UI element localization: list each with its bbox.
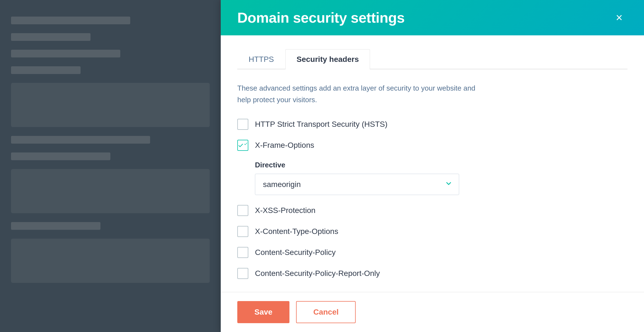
directive-label: Directive <box>255 161 627 169</box>
modal-footer: Save Cancel <box>221 292 644 332</box>
description-text: These advanced settings add an extra lay… <box>237 83 486 106</box>
close-button[interactable]: × <box>611 9 627 26</box>
checkbox-label-xxss: X-XSS-Protection <box>255 206 315 215</box>
modal-title: Domain security settings <box>237 9 405 26</box>
checkbox-label-xcontent: X-Content-Type-Options <box>255 227 338 236</box>
checkbox-label-csp-report: Content-Security-Policy-Report-Only <box>255 269 380 278</box>
tabs-container: HTTPS Security headers <box>237 49 627 69</box>
checkmark-icon <box>238 140 244 150</box>
directive-section: Directive sameorigin deny allow-from <box>255 161 627 195</box>
checkbox-label-hsts: HTTP Strict Transport Security (HSTS) <box>255 120 387 129</box>
checkbox-label-xframe: X-Frame-Options <box>255 141 314 150</box>
directive-select-wrapper: sameorigin deny allow-from <box>255 174 459 195</box>
checkbox-hsts[interactable] <box>237 119 248 130</box>
modal-header: Domain security settings × <box>221 0 644 35</box>
checkbox-xxss[interactable] <box>237 205 248 216</box>
checkbox-xframe[interactable] <box>237 140 248 151</box>
modal-panel: Domain security settings × HTTPS Securit… <box>221 0 644 332</box>
checkbox-csp[interactable] <box>237 247 248 258</box>
modal-body: HTTPS Security headers These advanced se… <box>221 35 644 292</box>
cancel-button[interactable]: Cancel <box>296 301 356 323</box>
tab-security-headers[interactable]: Security headers <box>285 49 370 69</box>
checkbox-xcontent[interactable] <box>237 226 248 237</box>
save-button[interactable]: Save <box>237 301 289 323</box>
checkbox-row-xxss: X-XSS-Protection <box>237 205 627 216</box>
checkbox-row-xcontent: X-Content-Type-Options <box>237 226 627 237</box>
checkbox-label-csp: Content-Security-Policy <box>255 248 336 257</box>
directive-select[interactable]: sameorigin deny allow-from <box>255 174 459 195</box>
checkbox-row-csp: Content-Security-Policy <box>237 247 627 258</box>
checkbox-row-hsts: HTTP Strict Transport Security (HSTS) <box>237 119 627 130</box>
checkbox-row-csp-report: Content-Security-Policy-Report-Only <box>237 268 627 279</box>
checkbox-row-xframe: X-Frame-Options <box>237 140 627 151</box>
tab-https[interactable]: HTTPS <box>237 49 285 69</box>
checkbox-csp-report[interactable] <box>237 268 248 279</box>
